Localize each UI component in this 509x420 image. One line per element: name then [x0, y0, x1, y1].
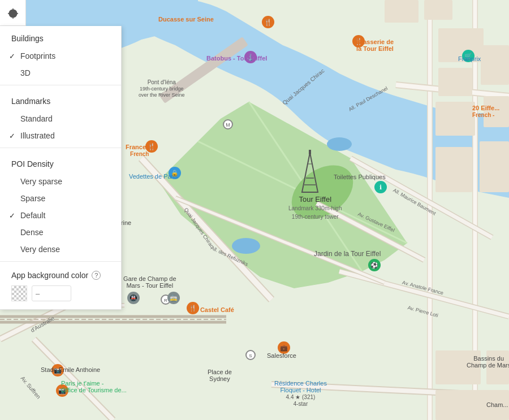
poi-gare-tram[interactable]: 🚋: [167, 292, 180, 304]
footprints-option[interactable]: Footprints: [0, 47, 121, 64]
label-vedettes: Vedettes de Paris: [129, 173, 178, 180]
svg-rect-39: [424, 0, 452, 20]
svg-text:S: S: [249, 353, 252, 358]
poi-sparse[interactable]: Sparse: [0, 190, 121, 207]
divider-2: [0, 148, 121, 148]
svg-point-7: [232, 238, 260, 254]
svg-rect-38: [385, 0, 419, 23]
svg-rect-33: [481, 45, 509, 85]
illustrated-option[interactable]: Illustrated: [0, 127, 121, 144]
label-tourisme: Paris je t'aime -Office de Tourisme de..…: [61, 380, 127, 393]
label-stade: Stade Emile Anthoine: [41, 366, 100, 373]
label-salesforce: Salesforce: [267, 352, 296, 359]
poi-dense-label: Dense: [20, 228, 43, 237]
illustrated-label: Illustrated: [20, 131, 55, 140]
settings-panel: Buildings Footprints 3D Landmarks Standa…: [0, 26, 122, 310]
poi-jardin-icon[interactable]: ⚽: [368, 259, 381, 271]
label-gare: Gare de Champ deMars - Tour Eiffel: [123, 275, 176, 289]
poi-very-sparse-label: Very sparse: [20, 177, 62, 186]
label-20eiffel: 20 Eiffe...French -: [472, 105, 499, 118]
svg-rect-34: [435, 102, 475, 136]
label-franprix: Franprix: [458, 55, 481, 62]
3d-option[interactable]: 3D: [0, 64, 121, 81]
bg-color-section: App background color ?: [0, 265, 121, 309]
label-ducasse: Ducasse sur Seine: [158, 16, 214, 23]
poi-dense[interactable]: Dense: [0, 224, 121, 241]
svg-rect-32: [438, 68, 472, 96]
settings-gear-button[interactable]: [0, 0, 26, 26]
label-brasserie: Brasserie dela Tour Eiffel: [356, 38, 394, 52]
color-swatch[interactable]: [11, 285, 27, 301]
svg-point-6: [327, 137, 352, 151]
standard-option[interactable]: Standard: [0, 110, 121, 127]
label-batobus: Batobus - Tour Eiffel: [206, 55, 267, 62]
poi-very-dense[interactable]: Very dense: [0, 241, 121, 258]
label-sydney: Place deSydney: [208, 369, 232, 382]
color-input[interactable]: [32, 285, 71, 301]
svg-rect-48: [309, 150, 311, 154]
poi-very-sparse[interactable]: Very sparse: [0, 173, 121, 190]
svg-text:M: M: [226, 122, 230, 128]
bg-color-label-text: App background color: [11, 271, 88, 280]
footprints-label: Footprints: [20, 51, 55, 60]
landmarks-header: Landmarks: [0, 89, 121, 110]
divider-3: [0, 261, 121, 262]
poi-ducasse[interactable]: 🍴: [262, 16, 274, 28]
poi-default[interactable]: Default: [0, 207, 121, 224]
poi-sparse-label: Sparse: [20, 194, 45, 203]
label-jardin: Jardin de la Tour Eiffel: [314, 250, 381, 258]
bg-color-row: App background color ?: [11, 271, 110, 280]
poi-gare-metro[interactable]: 🚇: [127, 292, 140, 304]
standard-label: Standard: [20, 114, 53, 123]
svg-rect-36: [435, 147, 472, 192]
help-icon[interactable]: ?: [92, 271, 101, 280]
label-toilettes: Toilettes Publiques: [334, 174, 386, 180]
poi-toilettes[interactable]: ℹ: [374, 181, 387, 193]
label-bassins: Bassins duChamp de Mars: [467, 355, 509, 369]
buildings-header: Buildings: [0, 26, 121, 47]
svg-rect-37: [480, 141, 509, 192]
poi-density-header: POI Density: [0, 151, 121, 173]
label-residence: Résidence CharlesFloquet - Hotel4.4 ★ (3…: [274, 380, 327, 407]
3d-label: 3D: [20, 68, 31, 77]
color-picker-row: [11, 285, 110, 301]
label-francette: FrancetteFrench: [126, 144, 154, 157]
poi-very-dense-label: Very dense: [20, 245, 60, 254]
divider-1: [0, 85, 121, 85]
poi-default-label: Default: [20, 211, 45, 220]
label-eiffel: Tour EiffelLandmark 330m-high19th-centur…: [288, 195, 342, 220]
label-pont-iena: Pont d'Iéna19th-century bridgeover the R…: [139, 79, 185, 98]
label-cham: Cham...: [486, 401, 508, 408]
label-castel: Le Castel Café: [191, 306, 234, 313]
